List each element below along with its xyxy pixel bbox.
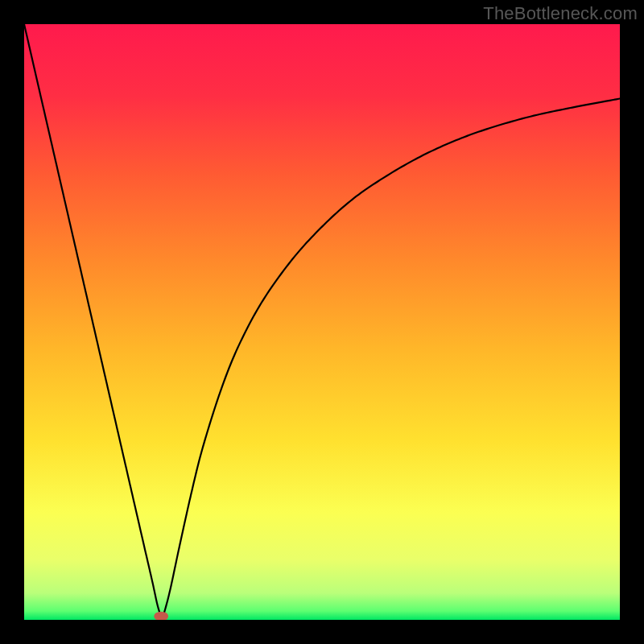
bottleneck-chart	[24, 24, 620, 620]
gradient-background	[24, 24, 620, 620]
chart-frame: TheBottleneck.com	[0, 0, 644, 644]
watermark-text: TheBottleneck.com	[483, 3, 638, 24]
